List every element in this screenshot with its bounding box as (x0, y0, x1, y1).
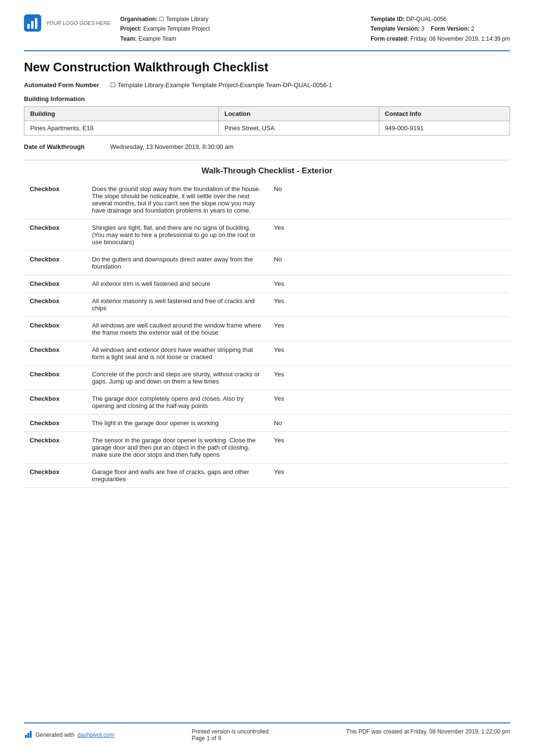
checklist-item-answer: Yes (268, 317, 316, 341)
org-line: Organisation: ☐ Template Library (120, 14, 361, 24)
checklist-item-question: Does the ground slop away from the found… (86, 181, 268, 219)
header: YOUR LOGO GOES HERE Organisation: ☐ Temp… (24, 14, 510, 51)
checklist-item-answer: No (268, 251, 316, 275)
checklist-row: Checkbox Do the gutters and downspouts d… (24, 251, 510, 275)
checklist-item-label: Checkbox (24, 275, 86, 293)
checklist-item-question: All windows and exterior doors have weat… (86, 341, 268, 366)
checklist-item-label: Checkbox (24, 341, 86, 366)
checklist-item-label: Checkbox (24, 251, 86, 275)
form-version-value: 2 (471, 25, 475, 32)
checklist-item-notes (316, 432, 510, 463)
checklist-row: Checkbox Shingles are tight, flat, and t… (24, 219, 510, 251)
checklist-item-label: Checkbox (24, 415, 86, 432)
project-label: Project: (120, 25, 142, 32)
checklist-row: Checkbox Does the ground slop away from … (24, 181, 510, 219)
header-meta: Organisation: ☐ Template Library Project… (120, 14, 361, 44)
checklist-item-notes (316, 341, 510, 366)
form-number-value: ☐ Template Library-Example Template Proj… (110, 81, 332, 89)
checklist-row: Checkbox The light in the garage door op… (24, 415, 510, 432)
checklist-row: Checkbox All windows and exterior doors … (24, 341, 510, 366)
template-version-label: Template Version: (371, 25, 420, 32)
checklist-item-label: Checkbox (24, 293, 86, 317)
checklist-row: Checkbox The sensor in the garage door o… (24, 432, 510, 463)
checklist-item-label: Checkbox (24, 390, 86, 415)
footer: Generated with dashpivot.com Printed ver… (24, 722, 510, 742)
checklist-item-notes (316, 219, 510, 251)
footer-brand-link[interactable]: dashpivot.com (77, 732, 114, 738)
checklist-item-question: Concrete of the porch and steps are stur… (86, 366, 268, 390)
building-table: Building Location Contact Info Pines Apa… (24, 106, 510, 135)
form-number-row: Automated Form Number ☐ Template Library… (24, 81, 510, 89)
svg-rect-6 (30, 731, 32, 738)
project-value: Example Template Project (143, 25, 210, 32)
project-line: Project: Example Template Project (120, 24, 361, 34)
checklist-item-question: The sensor in the garage door opener is … (86, 432, 268, 463)
location-col-header: Location (218, 107, 379, 121)
team-label: Team: (120, 35, 136, 42)
date-value: Wednesday, 13 November 2019, 8:30:00 am (110, 143, 234, 150)
checklist-item-notes (316, 463, 510, 488)
checklist-item-answer: Yes (268, 219, 316, 251)
svg-rect-5 (27, 733, 29, 738)
location-value: Pines Street, USA (218, 121, 379, 135)
bar-chart-icon (24, 730, 33, 740)
logo-text: YOUR LOGO GOES HERE (46, 20, 111, 26)
footer-page: Page 1 of 9 (192, 735, 269, 742)
checklist-row: Checkbox The garage door completely open… (24, 390, 510, 415)
checklist-item-answer: Yes (268, 341, 316, 366)
footer-brand: Generated with dashpivot.com (24, 728, 114, 742)
checklist-item-answer: Yes (268, 463, 316, 488)
header-right: Template ID: DP-QUAL-0056 Template Versi… (371, 14, 510, 44)
checklist-item-question: The light in the garage door opener is w… (86, 415, 268, 432)
checklist-item-answer: No (268, 415, 316, 432)
doc-title: New Construction Walkthrough Checklist (24, 60, 510, 75)
checklist-item-answer: No (268, 181, 316, 219)
checklist-item-notes (316, 181, 510, 219)
svg-rect-3 (35, 18, 37, 29)
version-line: Template Version: 3 Form Version: 2 (371, 24, 510, 34)
building-info-title: Building Information (24, 95, 510, 102)
checklist-item-answer: Yes (268, 275, 316, 293)
checklist-item-notes (316, 390, 510, 415)
template-version-value: 3 (421, 25, 425, 32)
checklist-item-notes (316, 366, 510, 390)
form-number-label: Automated Form Number (24, 81, 101, 89)
form-created-line: Form created: Friday, 08 November 2019, … (371, 34, 510, 44)
checklist-item-notes (316, 415, 510, 432)
building-col-header: Building (24, 107, 219, 121)
logo-area: YOUR LOGO GOES HERE (24, 14, 111, 32)
checklist-item-notes (316, 293, 510, 317)
team-value: Example Team (138, 35, 176, 42)
checklist-row: Checkbox Concrete of the porch and steps… (24, 366, 510, 390)
form-created-label: Form created: (371, 35, 409, 42)
checklist-item-notes (316, 317, 510, 341)
template-id-label: Template ID: (371, 16, 405, 23)
checklist-item-label: Checkbox (24, 317, 86, 341)
checklist-item-question: Shingles are tight, flat, and there are … (86, 219, 268, 251)
logo-icon (24, 14, 41, 32)
svg-rect-1 (27, 24, 30, 29)
checklist-item-question: All windows are well caulked around the … (86, 317, 268, 341)
page: YOUR LOGO GOES HERE Organisation: ☐ Temp… (0, 0, 534, 756)
checklist-item-label: Checkbox (24, 366, 86, 390)
checklist-row: Checkbox Garage floor and walls are free… (24, 463, 510, 488)
checklist-item-answer: Yes (268, 293, 316, 317)
checklist-item-label: Checkbox (24, 463, 86, 488)
checklist-row: Checkbox All windows are well caulked ar… (24, 317, 510, 341)
template-id-line: Template ID: DP-QUAL-0056 (371, 14, 510, 24)
checklist-item-answer: Yes (268, 366, 316, 390)
checklist-item-notes (316, 251, 510, 275)
svg-rect-2 (31, 21, 34, 29)
contact-col-header: Contact Info (379, 107, 510, 121)
contact-value: 949-000-9191 (379, 121, 510, 135)
date-label: Date of Walkthrough (24, 143, 101, 150)
checklist-item-question: The garage door completely opens and clo… (86, 390, 268, 415)
building-data-row: Pines Apartments, E18 Pines Street, USA … (24, 121, 510, 135)
checklist-item-question: Garage floor and walls are free of crack… (86, 463, 268, 488)
building-value: Pines Apartments, E18 (24, 121, 219, 135)
checklist-row: Checkbox All exterior masonry is well fa… (24, 293, 510, 317)
org-value: ☐ Template Library (159, 16, 208, 23)
form-created-value: Friday, 08 November 2019, 1:14:39 pm (410, 35, 510, 42)
org-label: Organisation: (120, 16, 158, 23)
footer-center: Printed version is uncontrolled Page 1 o… (192, 728, 269, 742)
